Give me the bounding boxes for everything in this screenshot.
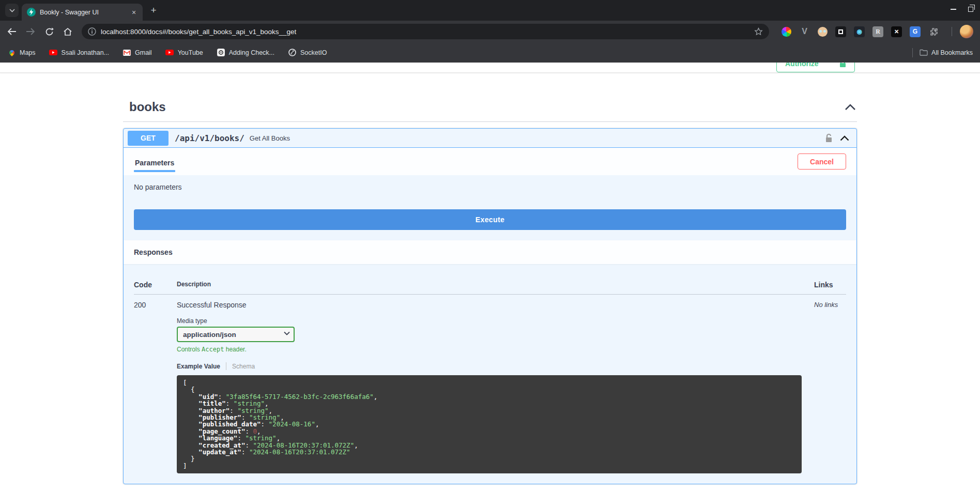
reload-icon — [45, 27, 54, 36]
code-line: "publisher": "string", — [183, 414, 795, 421]
example-tabs-separator — [226, 362, 226, 370]
description-column-header: Description — [177, 281, 814, 289]
youtube-bookmark-icon — [165, 48, 174, 57]
bookmark-label: Gmail — [135, 49, 152, 56]
code-line: { — [183, 386, 795, 393]
bookmark-star-icon[interactable] — [754, 27, 763, 36]
youtube-bookmark-icon — [49, 48, 58, 57]
code-line: } — [183, 455, 795, 462]
letter-v-extension-icon[interactable]: V — [799, 26, 810, 37]
response-row: 200 Successful Response Media type appli… — [134, 295, 846, 473]
address-toolbar: localhost:8000/docs#/books/get_all_books… — [0, 21, 980, 42]
authorize-label: Authorize — [785, 63, 819, 68]
tab-search-button[interactable] — [5, 4, 19, 17]
face-extension-icon[interactable] — [818, 27, 828, 37]
bookmark-label: Maps — [20, 49, 36, 56]
response-links: No links — [814, 295, 846, 473]
parameters-tab-label: Parameters — [134, 159, 175, 170]
new-tab-button[interactable]: + — [147, 4, 160, 17]
toolbar-separator — [952, 27, 952, 36]
url-text[interactable]: localhost:8000/docs#/books/get_all_books… — [101, 28, 754, 36]
bookmark-item[interactable]: Gmail — [122, 48, 152, 57]
chevron-down-icon — [9, 9, 15, 12]
minimize-icon — [951, 9, 956, 10]
browser-tab[interactable]: Bookly - Swagger UI × — [22, 4, 143, 21]
execute-button[interactable]: Execute — [134, 209, 846, 230]
screenshot-extension-icon[interactable] — [835, 26, 846, 37]
folder-icon — [919, 48, 928, 57]
bookmark-item[interactable]: SocketIO — [288, 48, 327, 57]
back-arrow-icon — [7, 28, 17, 35]
controls-accept-note: Controls Accept header. — [177, 346, 814, 353]
fastapi-favicon-icon — [27, 8, 36, 17]
translate-extension-icon[interactable]: G — [910, 26, 921, 37]
maps-bookmark-icon — [7, 48, 16, 57]
profile-avatar[interactable] — [960, 25, 973, 38]
active-tab-underline — [134, 170, 175, 172]
bookmark-label: Ssali Jonathan... — [62, 49, 109, 56]
operation-description: Get All Books — [250, 134, 290, 142]
lock-open-icon[interactable] — [825, 133, 833, 143]
section-title: books — [129, 100, 166, 114]
parameters-tab-header: Parameters Cancel — [124, 148, 856, 175]
responses-title: Responses — [134, 248, 173, 256]
all-bookmarks-label[interactable]: All Bookmarks — [931, 49, 973, 56]
minimize-button[interactable] — [948, 4, 958, 14]
bookmark-item[interactable]: Ssali Jonathan... — [49, 48, 109, 57]
authorize-button[interactable]: Authorize — [776, 63, 855, 72]
reload-button[interactable] — [43, 26, 55, 37]
letter-r-extension-icon[interactable]: R — [872, 26, 883, 37]
cancel-button[interactable]: Cancel — [798, 153, 846, 170]
url-bar[interactable]: localhost:8000/docs#/books/get_all_books… — [82, 24, 769, 39]
puzzle-extension-icon[interactable] — [928, 26, 939, 37]
x-tool-extension-icon[interactable]: ✕ — [891, 26, 902, 37]
code-line: "published_date": "2024-08-16", — [183, 421, 795, 427]
response-description-cell: Successful Response Media type applicati… — [177, 295, 814, 473]
example-tabs: Example Value Schema — [177, 362, 814, 370]
code-line: "author": "string", — [183, 407, 795, 414]
media-type-label: Media type — [177, 317, 814, 325]
bookmark-label: YouTube — [178, 49, 203, 56]
bookmark-item[interactable]: YouTube — [165, 48, 203, 57]
section-collapse-chevron-icon[interactable] — [845, 104, 856, 111]
restore-button[interactable] — [966, 4, 976, 14]
code-line: ] — [183, 463, 795, 469]
forward-arrow-icon — [26, 28, 35, 35]
react-extension-icon[interactable]: ◉ — [854, 26, 865, 37]
lock-closed-icon — [839, 63, 846, 68]
tab-schema[interactable]: Schema — [232, 363, 255, 370]
tab-example-value[interactable]: Example Value — [177, 363, 220, 370]
restore-icon — [968, 7, 973, 12]
bookmarks-separator — [912, 48, 913, 57]
whiteapp-bookmark-icon — [217, 48, 225, 57]
code-line: "language": "string", — [183, 435, 795, 441]
window-controls — [948, 4, 976, 14]
home-button[interactable] — [62, 26, 73, 37]
tag-section-header[interactable]: books — [123, 73, 857, 122]
media-type-select[interactable]: application/json — [177, 327, 295, 342]
operation-summary[interactable]: GET /api/v1/books/ Get All Books — [124, 129, 856, 148]
method-badge: GET — [128, 131, 169, 146]
code-line: "title": "string", — [183, 400, 795, 407]
tab-parameters[interactable]: Parameters — [134, 148, 175, 175]
gmail-bookmark-icon — [122, 48, 131, 57]
browser-chrome: Bookly - Swagger UI × + localhost:8000/d… — [0, 0, 980, 63]
color-wheel-extension-icon[interactable] — [782, 27, 791, 37]
bookmark-item[interactable]: Adding Check... — [217, 48, 274, 57]
site-info-icon[interactable] — [88, 27, 96, 36]
tab-bar: Bookly - Swagger UI × + — [0, 0, 980, 21]
responses-header: Responses — [124, 240, 856, 264]
socketio-bookmark-icon — [288, 48, 297, 57]
bookmark-item[interactable]: Maps — [7, 48, 36, 57]
bookmark-label: Adding Check... — [229, 49, 274, 56]
back-button[interactable] — [6, 26, 18, 37]
forward-button[interactable] — [25, 26, 36, 37]
scheme-container: Authorize — [0, 63, 980, 73]
response-description: Successful Response — [177, 301, 814, 309]
responses-inner: Code Description Links 200 Successful Re… — [124, 264, 856, 484]
operation-collapse-chevron-icon[interactable] — [840, 135, 849, 141]
opblock-get: GET /api/v1/books/ Get All Books Paramet… — [123, 128, 857, 484]
home-icon — [63, 27, 72, 36]
no-parameters-text: No parameters — [134, 183, 182, 191]
tab-close-icon[interactable]: × — [129, 8, 139, 17]
